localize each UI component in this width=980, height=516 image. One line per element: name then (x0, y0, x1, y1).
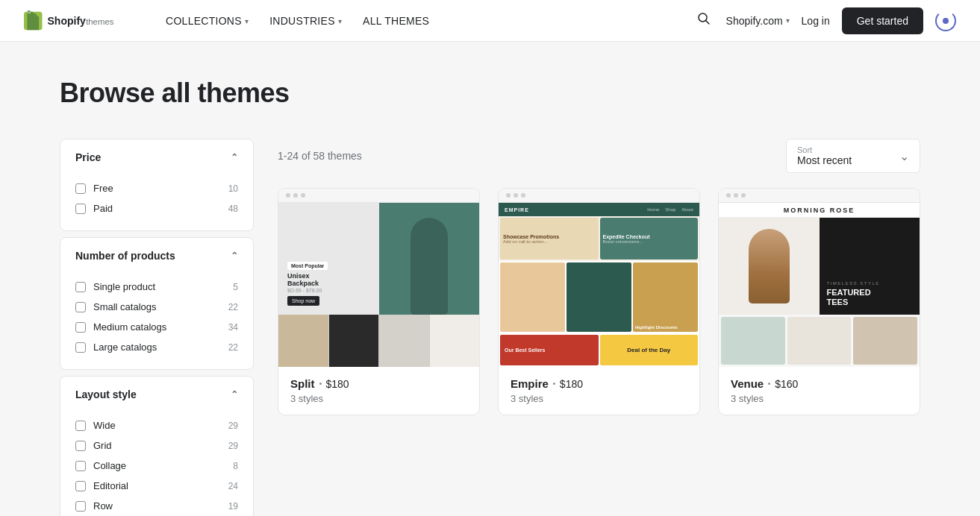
nav-collections[interactable]: COLLECTIONS ▾ (155, 0, 259, 42)
logo[interactable]: Shopify themes (24, 9, 128, 33)
checkbox-collage[interactable] (75, 461, 86, 471)
sort-select[interactable]: Sort Most recent ⌄ (786, 139, 920, 173)
theme-info-empire: Empire $180 3 styles (499, 367, 699, 415)
nav-industries[interactable]: INDUSTRIES ▾ (259, 0, 352, 42)
theme-image-venue: MORNING ROSE TIMELESS STYLE FEATUREDTEES (719, 203, 920, 367)
checkbox-row[interactable] (75, 501, 86, 512)
get-started-button[interactable]: Get started (842, 7, 923, 34)
checkbox-single-product[interactable] (75, 282, 86, 292)
chrome-dot-1 (286, 193, 290, 198)
filter-item-wide: Wide 29 (75, 415, 238, 435)
page-title: Browse all themes (60, 78, 920, 109)
chrome-dot-3 (301, 193, 305, 198)
checkbox-large-catalogs[interactable] (75, 342, 86, 353)
filter-item-row: Row 19 (75, 496, 238, 516)
checkbox-free[interactable] (75, 183, 86, 194)
filter-item-single-product: Single product 5 (75, 277, 238, 297)
themes-count: 1-24 of 58 themes (278, 150, 362, 162)
checkbox-editorial[interactable] (75, 481, 86, 491)
theme-card-split[interactable]: Most Popular Unisex Backpack $D.69 - $78… (278, 188, 480, 415)
themes-area: 1-24 of 58 themes Sort Most recent ⌄ (278, 139, 920, 516)
filter-item-medium-catalogs: Medium catalogs 34 (75, 317, 238, 337)
filter-header-price[interactable]: Price ⌃ (60, 139, 253, 175)
svg-line-4 (705, 21, 709, 25)
hero-section: Browse all themes (0, 42, 980, 139)
filter-section-layout: Layout style ⌃ Wide 29 Grid 29 (60, 376, 254, 516)
filter-section-products: Number of products ⌃ Single product 5 Sm… (60, 237, 254, 370)
price-toggle-icon: ⌃ (231, 152, 238, 163)
chrome-dot-2 (734, 193, 738, 198)
filter-item-free: Free 10 (75, 178, 238, 198)
filter-item-grid: Grid 29 (75, 435, 238, 456)
checkbox-wide[interactable] (75, 421, 86, 431)
filter-item-collage: Collage 8 (75, 456, 238, 476)
theme-card-venue[interactable]: MORNING ROSE TIMELESS STYLE FEATUREDTEES (718, 188, 920, 415)
sidebar: Price ⌃ Free 10 Paid 48 (60, 139, 254, 516)
industries-chevron-icon: ▾ (338, 17, 342, 25)
filter-item-small-catalogs: Small catalogs 22 (75, 297, 238, 317)
chrome-dot-3 (741, 193, 746, 198)
filter-item-large-catalogs: Large catalogs 22 (75, 337, 238, 357)
shopify-spinner-icon (935, 10, 956, 31)
navbar: Shopify themes COLLECTIONS ▾ INDUSTRIES … (0, 0, 980, 42)
checkbox-medium-catalogs[interactable] (75, 322, 86, 333)
filter-item-editorial: Editorial 24 (75, 476, 238, 496)
theme-info-venue: Venue $160 3 styles (719, 367, 920, 415)
log-in-button[interactable]: Log in (802, 15, 830, 27)
themes-toolbar: 1-24 of 58 themes Sort Most recent ⌄ (278, 139, 920, 173)
chrome-dot-2 (514, 193, 518, 198)
filter-item-paid: Paid 48 (75, 198, 238, 218)
chrome-dot-2 (293, 193, 298, 198)
theme-image-empire: EMPIRE Home Shop About Showcase Promotio… (499, 203, 699, 367)
filter-body-layout: Wide 29 Grid 29 Collage 8 (60, 412, 253, 516)
layout-toggle-icon: ⌃ (231, 389, 238, 400)
chrome-dot-1 (726, 193, 731, 198)
card-chrome-split (278, 189, 479, 203)
theme-info-split: Split $180 3 styles (278, 367, 479, 415)
shopify-com-button[interactable]: Shopify.com ▾ (726, 15, 790, 27)
filter-section-price: Price ⌃ Free 10 Paid 48 (60, 139, 254, 231)
card-chrome-empire (499, 189, 699, 203)
shopify-com-chevron-icon: ▾ (786, 16, 790, 25)
checkbox-small-catalogs[interactable] (75, 302, 86, 312)
filter-body-products: Single product 5 Small catalogs 22 Mediu… (60, 274, 253, 369)
theme-card-empire[interactable]: EMPIRE Home Shop About Showcase Promotio… (498, 188, 700, 415)
chrome-dot-3 (521, 193, 525, 198)
main-content: Price ⌃ Free 10 Paid 48 (0, 139, 980, 516)
filter-header-products[interactable]: Number of products ⌃ (60, 238, 253, 274)
nav-links: COLLECTIONS ▾ INDUSTRIES ▾ ALL THEMES (155, 0, 693, 42)
collections-chevron-icon: ▾ (245, 17, 249, 25)
themes-grid: Most Popular Unisex Backpack $D.69 - $78… (278, 188, 920, 415)
sort-chevron-icon: ⌄ (899, 149, 909, 163)
svg-text:themes: themes (86, 17, 114, 26)
checkbox-grid[interactable] (75, 441, 86, 451)
products-toggle-icon: ⌃ (231, 251, 238, 261)
filter-body-price: Free 10 Paid 48 (60, 175, 253, 230)
search-button[interactable] (693, 8, 714, 33)
checkbox-paid[interactable] (75, 204, 86, 214)
svg-text:Shopify: Shopify (48, 15, 87, 27)
nav-right: Shopify.com ▾ Log in Get started (693, 7, 956, 34)
theme-image-split: Most Popular Unisex Backpack $D.69 - $78… (278, 203, 479, 367)
nav-all-themes[interactable]: ALL THEMES (352, 0, 440, 42)
chrome-dot-1 (506, 193, 511, 198)
card-chrome-venue (719, 189, 920, 203)
filter-header-layout[interactable]: Layout style ⌃ (60, 377, 253, 412)
